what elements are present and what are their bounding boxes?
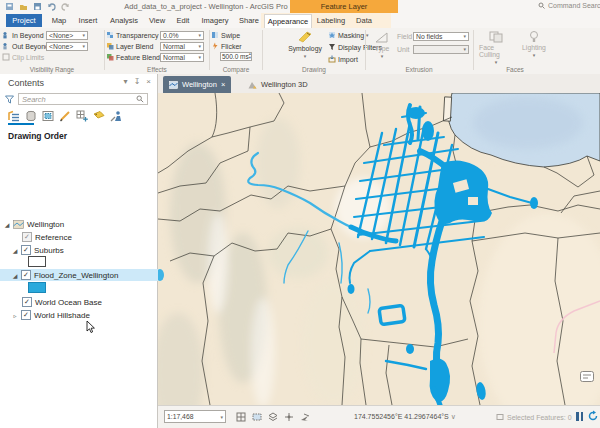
layer-label[interactable]: Flood_Zone_Wellington [34,271,118,280]
layer-label[interactable]: Wellington [27,220,64,229]
navigate-icon[interactable] [300,412,310,422]
undo-icon[interactable] [46,1,56,11]
symbology-button[interactable]: Symbology▾ [284,30,326,59]
labeling-icon[interactable] [93,110,105,122]
drawing-order-header: Drawing Order [8,131,67,141]
contents-pane-controls: ▾ ↧ × [124,77,151,86]
expand-icon[interactable]: ◢ [4,221,10,228]
layer-checkbox[interactable]: ✓ [21,310,31,320]
tab-appearance[interactable]: Appearance [264,14,312,28]
map-canvas[interactable] [158,93,600,405]
layer-checkbox[interactable]: ✓ [22,232,32,242]
command-search[interactable]: Command Search [538,2,600,9]
layers-tool-icon[interactable] [268,412,278,422]
import-label[interactable]: Import [338,56,358,63]
layer-row-world-hillshade[interactable]: ▹ ✓ World Hillshade [0,309,170,321]
selected-features-icon [496,413,504,421]
tab-view[interactable]: View [144,14,170,27]
masking-icon [328,31,336,39]
extrusion-field-select[interactable]: No fields▾ [413,32,469,41]
face-culling-icon [488,30,504,43]
pane-menu-icon[interactable]: ▾ [124,77,128,86]
select-features-icon[interactable] [252,412,262,422]
extrusion-unit-label: Unit [397,46,411,53]
view-tab-wellington-3d[interactable]: Wellington 3D [242,76,314,93]
group-visibility-range: In Beyond <None>▾ Out Beyond <None>▾ Cli… [2,28,102,74]
face-culling-button[interactable]: Face Culling▾ [479,30,513,65]
layer-label[interactable]: World Hillshade [34,311,90,320]
tab-data[interactable]: Data [352,14,376,27]
tab-insert[interactable]: Insert [74,14,102,27]
snapping-icon[interactable] [76,110,88,122]
selection-icon[interactable] [42,110,54,122]
pan-tool-icon[interactable] [236,412,246,422]
swipe-label[interactable]: Swipe [221,32,240,39]
refresh-icon[interactable] [587,410,599,422]
pause-drawing-button[interactable] [576,412,583,421]
map-notification-icon[interactable] [580,371,594,382]
redo-icon[interactable] [60,1,70,11]
lighting-button[interactable]: Lighting▾ [517,30,551,58]
tab-edit[interactable]: Edit [171,14,195,27]
perspective-icon[interactable] [110,110,122,122]
map-status-bar: 1:17,468▾ 174.7552456°E 41.2967464°S ∨ S… [158,405,600,428]
layer-checkbox[interactable]: ✓ [21,270,31,280]
expand-icon[interactable]: ◢ [12,272,18,279]
layer-row-reference[interactable]: ✓ Reference [0,231,180,243]
extrusion-type-button[interactable]: Type▾ [369,30,395,59]
flicker-duration-input[interactable]: 500.0 ms▴▾ [220,52,252,61]
layer-checkbox[interactable]: ✓ [21,245,31,255]
group-compare: Swipe Flicker 500.0 ms▴▾ Compare [211,28,261,74]
data-source-icon[interactable] [25,110,37,122]
drawing-order-icon[interactable] [8,110,20,122]
close-tab-icon[interactable]: × [221,80,225,89]
search-icon [538,2,545,9]
tab-map[interactable]: Map [47,14,71,27]
save-icon[interactable] [32,1,42,11]
layer-label[interactable]: Reference [35,233,72,242]
tab-project[interactable]: Project [6,14,42,27]
transparency-input[interactable]: 0.0%▾ [160,31,204,40]
expand-icon[interactable]: ▹ [12,312,18,319]
map-graphic [158,93,600,405]
swipe-icon [211,31,219,39]
open-icon[interactable] [18,1,28,11]
flood-zone-symbol-row [28,282,46,293]
coordinates-readout[interactable]: 174.7552456°E 41.2967464°S ∨ [354,413,474,421]
project-icon[interactable] [4,1,14,11]
feature-blend-select[interactable]: Normal▾ [160,53,204,62]
tab-labeling[interactable]: Labeling [314,14,348,27]
suburbs-swatch[interactable] [28,256,46,267]
in-beyond-select[interactable]: <None>▾ [46,31,88,40]
layer-blend-select[interactable]: Normal▾ [160,42,204,51]
close-icon[interactable]: × [146,77,151,86]
masking-label[interactable]: Masking [338,32,364,39]
layer-row-suburbs[interactable]: ◢ ✓ Suburbs [0,244,170,256]
quick-access-toolbar [4,1,70,11]
scene-tab-icon [248,81,257,89]
layer-row-world-ocean-base[interactable]: ✓ World Ocean Base [0,296,180,308]
tab-imagery[interactable]: Imagery [198,14,232,27]
layer-checkbox[interactable]: ✓ [22,297,32,307]
extrusion-unit-select[interactable]: ▾ [413,45,469,54]
in-beyond-icon [2,31,10,39]
expand-icon[interactable]: ◢ [12,247,18,254]
layer-label[interactable]: Suburbs [34,246,64,255]
tab-analysis[interactable]: Analysis [106,14,142,27]
filter-icon[interactable] [5,95,14,104]
layer-label[interactable]: World Ocean Base [35,298,102,307]
editing-icon[interactable] [59,110,71,122]
pin-icon[interactable]: ↧ [134,77,141,86]
group-effects: Transparency 0.0%▾ Layer Blend Normal▾ F… [106,28,208,74]
clip-limits-label[interactable]: Clip Limits [12,54,44,61]
scale-select[interactable]: 1:17,468▾ [164,410,226,423]
ribbon-separator [262,30,263,70]
tab-share[interactable]: Share [236,14,262,27]
flood-zone-swatch[interactable] [28,282,46,293]
view-tab-wellington[interactable]: Wellington × [163,76,231,93]
layer-row-flood-zone[interactable]: ◢ ✓ Flood_Zone_Wellington [0,269,170,281]
layer-row-map[interactable]: ◢ Wellington [0,218,162,230]
out-beyond-select[interactable]: <None>▾ [46,42,88,51]
zoom-full-icon[interactable] [284,412,294,422]
contents-search-box[interactable]: Search [18,93,148,105]
